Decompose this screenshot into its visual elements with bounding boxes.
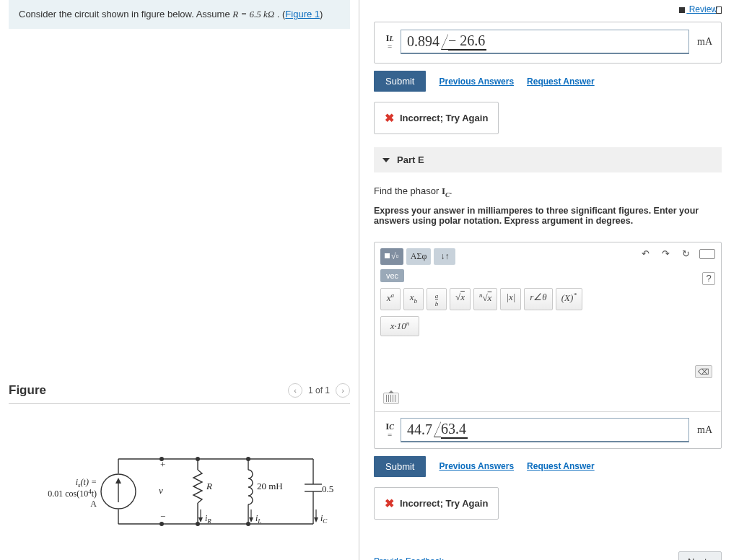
part-e-previous-answers-link[interactable]: Previous Answers [439,461,514,471]
part-d-feedback: ✖ Incorrect; Try Again [374,102,499,134]
figure-prev-button[interactable]: ‹ [288,383,302,398]
mathbtn-frac[interactable]: ab [427,288,447,311]
angle-separator-icon [434,421,441,437]
figure-pager: 1 of 1 [308,385,330,395]
part-d-unit: mA [694,36,712,48]
angle-separator-icon [441,34,448,50]
mathbtn-polar[interactable]: r∠θ [524,288,552,311]
part-e-variable: IC= [383,421,396,439]
label-iL: iL [255,513,261,525]
part-e-angle: 63.4 [441,421,468,439]
reset-icon[interactable]: ↻ [679,248,692,260]
part-d-magnitude: 0.894 [407,33,440,50]
svg-marker-27 [314,517,318,522]
label-source-top: is(t) = [75,477,96,489]
review-link[interactable]: Review [679,4,722,14]
label-source-bot: 0.01 cos(104t) [48,488,97,499]
incorrect-icon: ✖ [385,496,394,510]
part-d-variable: IL= [383,33,396,51]
problem-statement: Consider the circuit shown in figure bel… [9,0,350,29]
part-e-unit: mA [694,424,712,436]
figure-next-button[interactable]: › [336,383,350,398]
next-label: Next [688,556,707,561]
part-d-previous-answers-link[interactable]: Previous Answers [439,76,514,87]
part-e-request-answer-link[interactable]: Request Answer [527,461,595,471]
svg-marker-23 [198,517,203,522]
part-d-submit-button[interactable]: Submit [374,71,426,92]
equation-editor-body[interactable]: ⌫ [380,344,715,406]
svg-point-19 [159,522,164,526]
part-e-submit-button[interactable]: Submit [374,456,426,477]
svg-marker-25 [249,517,253,522]
part-d-request-answer-link[interactable]: Request Answer [527,76,595,87]
prompt-before: Find the phasor [374,185,442,196]
mathbtn-nroot[interactable]: n√x [473,288,497,311]
figure-link[interactable]: Figure 1 [285,9,320,19]
circuit-diagram: + v − R 20 mH 0.5 μF iR iL iC is(t) = [9,437,350,546]
caret-down-icon [382,158,390,162]
label-v: v [159,485,163,496]
toolbar-help-button[interactable]: ? [702,272,715,285]
redo-icon[interactable]: ↷ [659,248,672,260]
toolbar-templates-button[interactable]: √▫ [380,248,403,265]
label-plus: + [160,459,165,470]
provide-feedback-link[interactable]: Provide Feedback [374,556,444,560]
part-e-feedback-text: Incorrect; Try Again [400,498,488,509]
toolbar-arrows-button[interactable]: ↓↑ [434,248,455,265]
chevron-right-icon: › [709,556,712,561]
label-R: R [206,481,212,491]
clear-icon[interactable]: ⌫ [695,365,712,378]
label-C: 0.5 μF [322,484,335,494]
part-e-header[interactable]: Part E [374,147,722,172]
part-e-magnitude: 44.7 [407,421,432,438]
svg-point-18 [246,457,250,461]
part-e-prompt: Find the phasor IC. [374,185,722,198]
svg-point-17 [196,457,200,461]
label-iC: iC [320,513,328,525]
svg-point-21 [246,522,250,526]
part-d-feedback-text: Incorrect; Try Again [400,113,488,123]
part-e-answer-field[interactable]: 44.7 63.4 [401,418,689,442]
mathbtn-conj[interactable]: (X)* [556,288,582,311]
keyboard-icon[interactable] [699,249,715,259]
keyboard-toggle-icon[interactable] [383,393,399,404]
mathbtn-sqrt[interactable]: √x [450,288,471,311]
toolbar-vec-button[interactable]: vec [380,269,404,282]
mathbtn-xa[interactable]: xa [380,288,401,311]
toolbar-greek-button[interactable]: ΑΣφ [406,248,432,265]
part-d-answer-box: IL= 0.894 − 26.6 mA [374,22,722,64]
svg-point-20 [196,522,200,526]
part-e-feedback: ✖ Incorrect; Try Again [374,487,499,520]
label-L: 20 mH [257,481,283,491]
label-minus: − [160,511,165,522]
part-d-angle: − 26.6 [448,32,486,51]
svg-marker-6 [115,478,121,484]
undo-icon[interactable]: ↶ [639,248,652,260]
problem-text-2: . ( [277,9,286,19]
problem-text-3: ) [320,9,323,19]
part-d-answer-field[interactable]: 0.894 − 26.6 [401,30,689,54]
mathbtn-xb[interactable]: xb [403,288,424,311]
next-button[interactable]: Next› [678,551,722,561]
problem-text-1: Consider the circuit shown in figure bel… [19,9,232,19]
prompt-after: . [450,185,452,196]
part-e-instructions: Express your answer in milliamperes to t… [374,206,722,226]
label-iR: iR [205,513,211,525]
mathbtn-sci[interactable]: x·10n [380,316,419,336]
label-source-unit: A [90,499,97,509]
problem-r-expr: R = 6.5 kΩ [232,9,274,19]
part-e-title: Part E [397,154,424,165]
figure-title: Figure [9,383,46,398]
mathbtn-abs[interactable]: |x| [500,288,521,311]
incorrect-icon: ✖ [385,111,394,125]
